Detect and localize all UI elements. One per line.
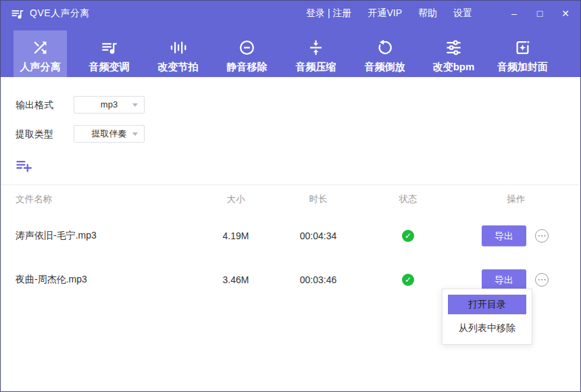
tab-pitch-shift[interactable]: 音频变调 [82,30,136,77]
add-files-button[interactable] [14,156,36,175]
app-logo-icon [10,7,24,21]
compress-icon [307,39,325,57]
app-title: QVE人声分离 [30,7,90,20]
tab-add-cover[interactable]: 音频加封面 [496,30,549,77]
extract-type-select[interactable]: 提取伴奏 [74,125,145,143]
tab-label: 人声分离 [20,61,61,74]
maximize-button[interactable]: □ [534,9,545,18]
extract-type-value: 提取伴奏 [92,128,127,139]
menu-item-open-directory[interactable]: 打开目录 [448,295,526,314]
export-button[interactable]: 导出 [482,270,526,291]
main-content: 输出格式 mp3 提取类型 提取伴奏 文件名称 大小 时长 状态 操作 涛声依旧… [1,77,580,391]
tab-label: 音频压缩 [296,61,336,74]
context-menu: 打开目录 从列表中移除 [442,289,532,345]
tab-label: 音频变调 [89,61,130,74]
tabbar: 人声分离 音频变调 改变节拍 [1,26,580,77]
playlist-music-icon [100,39,118,57]
sliders-icon [445,39,463,57]
titlebar-menu: 登录 | 注册 开通VIP 帮助 设置 – □ ✕ [306,7,571,20]
success-check-icon: ✓ [402,230,414,242]
table-header: 文件名称 大小 时长 状态 操作 [1,185,580,214]
header-duration: 时长 [284,185,352,214]
file-duration: 00:04:34 [284,230,352,241]
file-name: 涛声依旧-毛宁.mp3 [16,230,218,242]
output-format-select[interactable]: mp3 [74,96,145,114]
caret-down-icon [132,103,138,109]
window-controls: – □ ✕ [509,9,571,18]
success-check-icon: ✓ [402,274,414,286]
tab-label: 音频加封面 [497,61,548,74]
file-duration: 00:03:46 [284,274,352,285]
status-cell: ✓ [374,274,442,286]
tab-label: 改变节拍 [158,61,199,74]
app-window: QVE人声分离 登录 | 注册 开通VIP 帮助 设置 – □ ✕ 人声分离 音… [0,0,581,392]
header-status: 状态 [374,185,442,214]
close-button[interactable]: ✕ [560,9,571,18]
tab-audio-reverse[interactable]: 音频倒放 [358,30,411,77]
titlebar: QVE人声分离 登录 | 注册 开通VIP 帮助 设置 – □ ✕ [1,1,580,26]
output-format-value: mp3 [101,99,118,109]
file-name: 夜曲-周杰伦.mp3 [16,274,218,286]
minimize-button[interactable]: – [509,9,520,18]
settings-link[interactable]: 设置 [453,7,472,20]
tab-label: 改变bpm [433,61,475,74]
rotate-ccw-icon [376,39,394,57]
caret-down-icon [132,132,138,139]
file-size: 4.19M [202,230,270,241]
output-format-label: 输出格式 [16,96,53,114]
tab-change-tempo[interactable]: 改变节拍 [151,30,205,77]
login-register-link[interactable]: 登录 | 注册 [306,7,351,20]
header-size: 大小 [202,185,270,214]
extract-type-label: 提取类型 [16,125,53,143]
tab-label: 音频倒放 [365,61,405,74]
header-file-name: 文件名称 [16,185,218,214]
more-actions-button[interactable]: ⋯ [535,273,549,287]
menu-item-remove-from-list[interactable]: 从列表中移除 [448,320,526,336]
vip-link[interactable]: 开通VIP [368,7,402,20]
file-size: 3.46M [202,274,270,285]
playlist-plus-icon [14,156,33,175]
more-actions-button[interactable]: ⋯ [535,229,549,243]
add-cover-icon [513,39,532,57]
tab-vocal-separation[interactable]: 人声分离 [14,30,67,77]
header-action: 操作 [482,185,550,214]
table-row: 涛声依旧-毛宁.mp3 4.19M 00:04:34 ✓ 导出 ⋯ [1,214,580,258]
export-button[interactable]: 导出 [482,226,526,247]
tab-label: 静音移除 [227,61,268,74]
status-cell: ✓ [374,230,442,242]
tab-audio-compress[interactable]: 音频压缩 [289,30,343,77]
equalizer-bars-icon [169,39,187,57]
tab-change-bpm[interactable]: 改变bpm [427,30,480,77]
help-link[interactable]: 帮助 [418,7,437,20]
shuffle-icon [31,39,49,57]
tab-silence-removal[interactable]: 静音移除 [220,30,274,77]
minus-circle-icon [238,39,256,57]
